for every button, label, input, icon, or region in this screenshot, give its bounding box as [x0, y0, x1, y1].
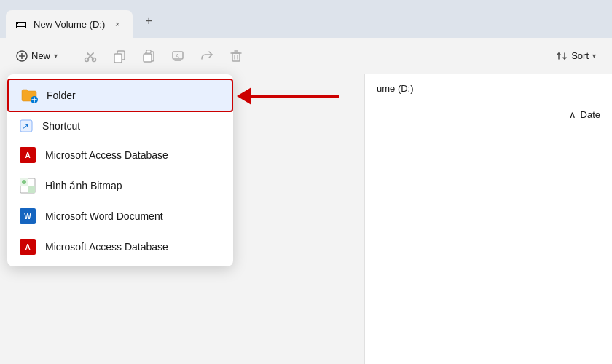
rename-icon: A — [170, 49, 185, 63]
menu-item-shortcut[interactable]: ↗ Shortcut — [7, 112, 233, 140]
menu-item-access-db2[interactable]: A Microsoft Access Database — [7, 232, 233, 262]
drive-icon: 🖴 — [15, 17, 28, 31]
word-icon: W — [19, 207, 36, 225]
tab-title: New Volume (D:) — [34, 19, 105, 30]
toolbar: New ▾ A — [0, 38, 612, 74]
paste-button[interactable] — [136, 43, 162, 69]
delete-button[interactable] — [223, 43, 249, 69]
chevron-icon: ∧ — [569, 109, 576, 120]
svg-text:A: A — [176, 53, 179, 58]
active-tab[interactable]: 🖴 New Volume (D:) × — [6, 10, 133, 38]
new-icon — [16, 50, 28, 62]
rename-button[interactable]: A — [165, 43, 191, 69]
separator-1 — [71, 46, 71, 66]
date-column-header: Date — [581, 109, 600, 120]
breadcrumb-text: ume (D:) — [377, 83, 414, 94]
svg-rect-9 — [144, 54, 152, 62]
sort-dropdown-arrow: ▾ — [592, 52, 596, 60]
new-dropdown-menu: Folder ↗ Shortcut A Microsoft Access Dat… — [7, 74, 233, 266]
menu-item-word[interactable]: W Microsoft Word Document — [7, 201, 233, 232]
tab-close-button[interactable]: × — [111, 17, 124, 31]
right-panel: ume (D:) ∧ Date — [364, 74, 612, 364]
sort-icon — [556, 50, 568, 62]
arrow — [237, 87, 339, 105]
svg-point-28 — [22, 180, 26, 184]
cut-icon — [83, 49, 98, 63]
svg-rect-27 — [28, 186, 35, 193]
svg-point-4 — [93, 58, 96, 61]
menu-item-access-db[interactable]: A Microsoft Access Database — [7, 140, 233, 170]
menu-item-folder-label: Folder — [47, 90, 76, 101]
svg-point-3 — [85, 58, 89, 61]
new-label: New — [31, 50, 50, 61]
arrow-head — [237, 87, 251, 105]
menu-item-word-label: Microsoft Word Document — [45, 210, 163, 222]
delete-icon — [229, 49, 243, 63]
title-bar: 🖴 New Volume (D:) × + — [0, 0, 612, 38]
access-icon-2: A — [19, 238, 36, 256]
copy-button[interactable] — [106, 43, 133, 69]
copy-icon — [112, 49, 127, 63]
bitmap-icon — [19, 177, 36, 194]
menu-item-access-label: Microsoft Access Database — [45, 149, 168, 161]
breadcrumb: ume (D:) — [377, 83, 600, 94]
main-area: Folder ↗ Shortcut A Microsoft Access Dat… — [0, 74, 612, 364]
share-icon — [200, 49, 214, 63]
access-icon: A — [19, 146, 36, 164]
sort-label: Sort — [571, 50, 589, 61]
menu-item-folder[interactable]: Folder — [7, 79, 233, 112]
svg-text:↗: ↗ — [22, 122, 28, 130]
menu-item-bitmap[interactable]: Hình ảnh Bitmap — [7, 170, 233, 201]
svg-rect-6 — [114, 54, 122, 63]
menu-item-access-label-2: Microsoft Access Database — [45, 241, 168, 253]
menu-item-bitmap-label: Hình ảnh Bitmap — [45, 180, 122, 191]
arrow-shaft — [251, 95, 339, 98]
share-button[interactable] — [194, 43, 220, 69]
folder-new-icon — [20, 87, 38, 104]
shortcut-icon: ↗ — [19, 119, 34, 133]
paste-icon — [141, 49, 156, 63]
new-button[interactable]: New ▾ — [9, 47, 65, 66]
svg-rect-13 — [232, 53, 240, 61]
sort-button[interactable]: Sort ▾ — [549, 47, 603, 66]
cut-button[interactable] — [77, 43, 103, 69]
arrow-indicator — [237, 87, 339, 105]
column-header: ∧ Date — [377, 103, 600, 120]
new-dropdown-arrow: ▾ — [54, 52, 58, 60]
new-tab-button[interactable]: + — [137, 9, 160, 33]
svg-rect-8 — [146, 50, 151, 53]
menu-item-shortcut-label: Shortcut — [42, 120, 80, 132]
